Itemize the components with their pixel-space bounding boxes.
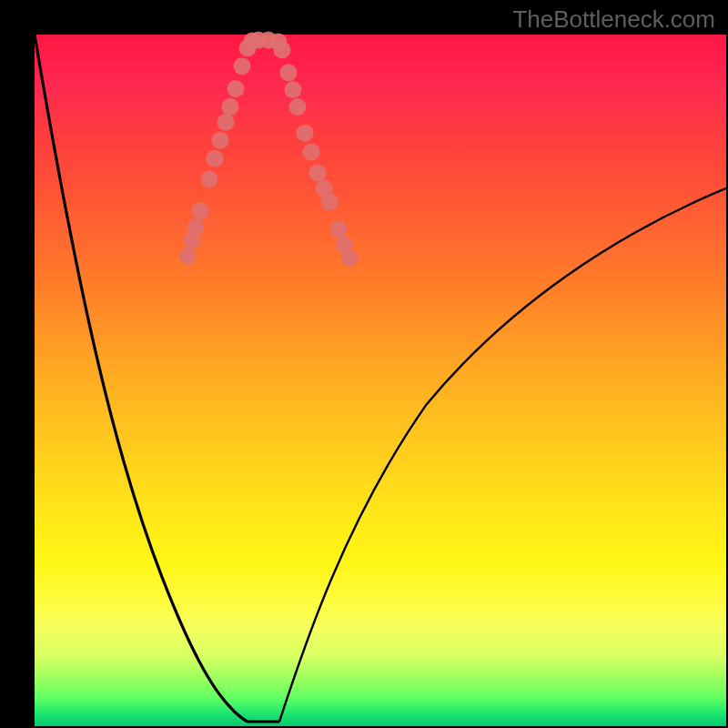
chart-svg <box>35 35 726 726</box>
marker-dot <box>274 41 291 58</box>
marker-dot <box>285 81 302 98</box>
right-curve <box>279 188 726 722</box>
marker-dot <box>309 165 327 182</box>
marker-dot <box>289 98 307 116</box>
marker-dot <box>192 202 209 219</box>
marker-dot <box>228 80 245 97</box>
marker-dot <box>297 125 314 142</box>
plot-area <box>35 35 726 726</box>
marker-dot <box>207 150 224 167</box>
marker-group <box>179 32 359 267</box>
marker-dot <box>212 132 229 149</box>
marker-dot <box>187 218 205 236</box>
marker-dot <box>179 248 197 265</box>
marker-dot <box>303 144 320 161</box>
marker-dot <box>330 220 348 238</box>
marker-dot <box>321 193 339 210</box>
marker-dot <box>201 171 218 188</box>
marker-dot <box>234 57 251 75</box>
marker-dot <box>280 64 298 81</box>
marker-dot <box>222 98 239 116</box>
watermark-text: TheBottleneck.com <box>512 5 715 34</box>
marker-dot <box>217 114 235 131</box>
chart-frame: TheBottleneck.com <box>0 0 728 728</box>
marker-dot <box>341 249 359 267</box>
